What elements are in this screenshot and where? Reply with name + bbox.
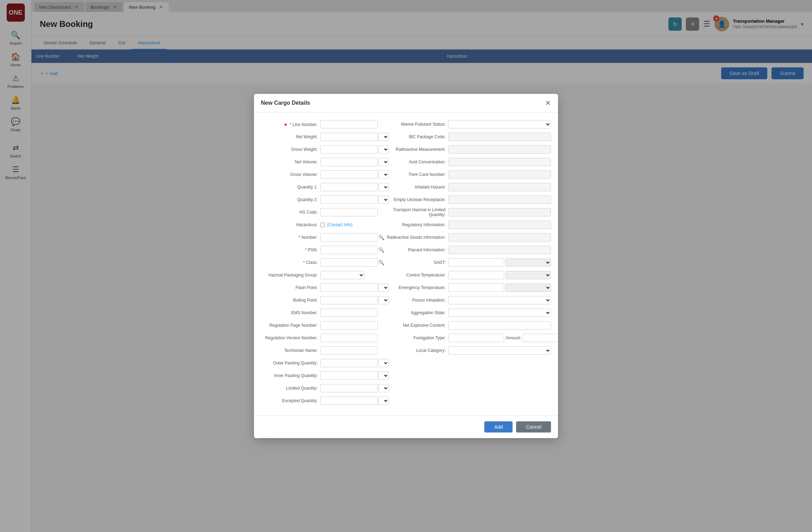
checkbox-hazardous[interactable] bbox=[320, 223, 325, 227]
label-psn: * PSN: bbox=[261, 247, 320, 252]
select-hazmat-pkg-group[interactable] bbox=[320, 271, 364, 279]
input-ems-number[interactable] bbox=[320, 309, 378, 317]
input-reg-version-number[interactable] bbox=[320, 334, 378, 342]
field-row-flash-point: Flash Point: bbox=[261, 283, 364, 293]
modal-title: New Cargo Details bbox=[261, 100, 310, 106]
select-aggregation-state[interactable] bbox=[448, 309, 551, 317]
input-fumigation-amount[interactable] bbox=[523, 334, 558, 342]
input-gross-weight[interactable] bbox=[320, 145, 378, 154]
input-quantity-1[interactable] bbox=[320, 183, 378, 191]
select-local-category[interactable] bbox=[448, 346, 551, 355]
field-row-aggregation-state: Aggregation State: bbox=[378, 308, 551, 318]
input-boiling-point[interactable] bbox=[320, 296, 378, 304]
label-excepted-qty: Excepted Quantity: bbox=[261, 398, 320, 403]
input-trem-card-number[interactable] bbox=[448, 170, 551, 179]
field-row-regulatory-info: Regulatory Information: bbox=[378, 220, 551, 230]
field-row-empty-unclean-receptacle: Empty Unclean Receptacle: bbox=[378, 195, 551, 205]
input-net-volume[interactable] bbox=[320, 158, 378, 166]
select-control-temp-unit[interactable] bbox=[506, 271, 551, 279]
label-local-category: Local Category: bbox=[378, 348, 448, 353]
label-quantity-1: Quantity 1: bbox=[261, 185, 320, 190]
contact-info-link[interactable]: (Contact Info) bbox=[327, 222, 353, 227]
label-placard-info: Placard Information: bbox=[378, 247, 448, 252]
input-psn[interactable] bbox=[320, 246, 378, 254]
input-limited-qty[interactable] bbox=[320, 384, 378, 392]
label-radioactive-goods-info: Radioactive Goods Information: bbox=[378, 235, 448, 240]
field-row-hazardous: Hazardous: (Contact Info) bbox=[261, 220, 364, 230]
input-net-explosive-content[interactable] bbox=[448, 321, 551, 330]
label-hs-code: HS Code: bbox=[261, 210, 320, 215]
input-empty-unclean-receptacle[interactable] bbox=[448, 195, 551, 204]
label-gross-weight: Gross Weight: bbox=[261, 147, 320, 152]
input-placard-info[interactable] bbox=[448, 246, 551, 254]
modal-body: ● * Line Number: Net Weight: bbox=[254, 112, 558, 415]
input-class[interactable] bbox=[320, 258, 378, 267]
input-excepted-qty[interactable] bbox=[320, 397, 378, 405]
input-ibc-package-code[interactable] bbox=[448, 133, 551, 141]
label-reg-page-number: Regulation Page Number: bbox=[261, 323, 320, 328]
label-flash-point: Flash Point: bbox=[261, 285, 320, 290]
new-cargo-details-modal: New Cargo Details ✕ ● * Line Number: bbox=[254, 94, 558, 438]
input-regulatory-info[interactable] bbox=[448, 221, 551, 229]
label-hazardous: Hazardous: bbox=[261, 222, 320, 227]
label-acid-concentration: Acid Concentration: bbox=[378, 160, 448, 164]
input-fumigation-type[interactable] bbox=[448, 334, 504, 342]
field-row-limited-qty: Limited Quantity: bbox=[261, 383, 364, 393]
label-sadt: SADT: bbox=[378, 260, 448, 265]
label-net-volume: Net Volume: bbox=[261, 160, 320, 164]
field-row-class: * Class: 🔍 bbox=[261, 258, 364, 267]
select-sadt-unit[interactable] bbox=[506, 258, 551, 267]
label-class: * Class: bbox=[261, 260, 320, 265]
field-row-trem-card-number: Trem Card Number: bbox=[378, 170, 551, 179]
input-acid-concentration[interactable] bbox=[448, 158, 551, 166]
label-outer-packing-qty: Outer Packing Quantity: bbox=[261, 361, 320, 365]
field-row-gross-volume: Gross Volume: bbox=[261, 170, 364, 179]
modal-header: New Cargo Details ✕ bbox=[254, 94, 558, 112]
select-emergency-temp-unit[interactable] bbox=[506, 283, 551, 292]
input-hs-code[interactable] bbox=[320, 208, 378, 216]
label-ems-number: EMS Number: bbox=[261, 310, 320, 315]
class-input-group: 🔍 bbox=[320, 258, 385, 267]
field-row-sadt: SADT: bbox=[378, 258, 551, 267]
required-icon: ● bbox=[284, 121, 287, 127]
label-gross-volume: Gross Volume: bbox=[261, 172, 320, 177]
input-technician-name[interactable] bbox=[320, 346, 378, 355]
left-column: ● * Line Number: Net Weight: bbox=[261, 119, 364, 408]
input-net-weight[interactable] bbox=[320, 133, 378, 141]
input-control-temperature[interactable] bbox=[448, 271, 504, 279]
modal-close-button[interactable]: ✕ bbox=[545, 99, 551, 107]
input-flash-point[interactable] bbox=[320, 283, 378, 292]
field-row-acid-concentration: Acid Concentration: bbox=[378, 157, 551, 167]
field-row-excepted-qty: Excepted Quantity: bbox=[261, 396, 364, 406]
input-sadt[interactable] bbox=[448, 258, 504, 267]
input-line-number[interactable] bbox=[320, 120, 378, 128]
input-transport-hazmat[interactable] bbox=[448, 208, 551, 216]
field-row-line-number: ● * Line Number: bbox=[261, 119, 364, 129]
field-row-inner-packing-qty: Inner Packing Quantity: bbox=[261, 371, 364, 380]
field-row-placard-info: Placard Information: bbox=[378, 245, 551, 255]
field-row-net-weight: Net Weight: bbox=[261, 132, 364, 142]
field-row-ibc-package-code: IBC Package Code: bbox=[378, 132, 551, 142]
field-row-technician-name: Technician Name: bbox=[261, 346, 364, 355]
modal-cancel-button[interactable]: Cancel bbox=[516, 421, 551, 433]
label-inner-packing-qty: Inner Packing Quantity: bbox=[261, 373, 320, 378]
input-number[interactable] bbox=[320, 233, 378, 242]
select-poison-inhalation[interactable] bbox=[448, 296, 551, 304]
select-marine-pollutant[interactable] bbox=[448, 120, 551, 128]
hazardous-checkbox-row: (Contact Info) bbox=[320, 222, 353, 227]
input-radioactive-measurement[interactable] bbox=[448, 145, 551, 154]
input-reg-page-number[interactable] bbox=[320, 321, 378, 330]
label-hazmat-pkg-group: Hazmat Packaging Group: bbox=[261, 273, 320, 278]
input-radioactive-goods-info[interactable] bbox=[448, 233, 551, 242]
input-quantity-2[interactable] bbox=[320, 195, 378, 204]
modal-add-button[interactable]: Add bbox=[484, 421, 513, 433]
input-inhalant-hazard[interactable] bbox=[448, 183, 551, 191]
label-inhalant-hazard: Inhalant Hazard: bbox=[378, 185, 448, 190]
input-gross-volume[interactable] bbox=[320, 170, 378, 179]
input-emergency-temperature[interactable] bbox=[448, 283, 504, 292]
control-temp-group bbox=[448, 271, 551, 279]
label-number: * Number: bbox=[261, 235, 320, 240]
input-inner-packing-qty[interactable] bbox=[320, 371, 378, 380]
number-input-group: 🔍 bbox=[320, 233, 385, 242]
input-outer-packing-qty[interactable] bbox=[320, 359, 378, 367]
